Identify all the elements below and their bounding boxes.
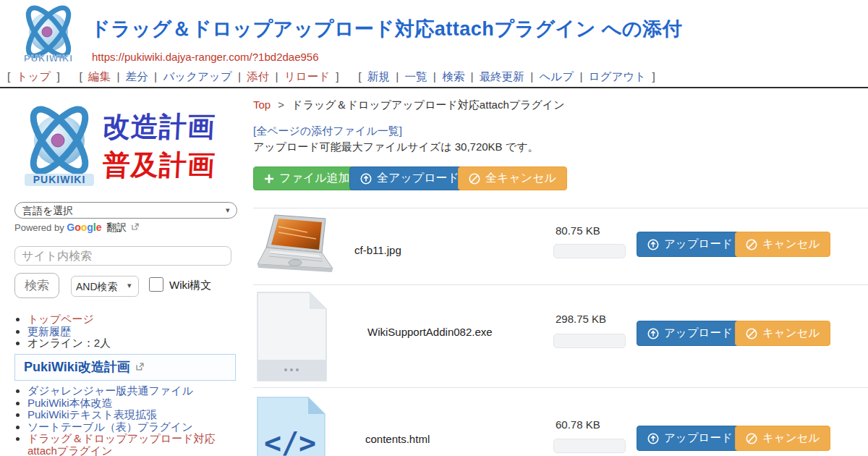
generic-file-icon (257, 292, 327, 381)
nav-link-logout[interactable]: ログアウト (589, 70, 646, 83)
sidebar-link-history[interactable]: 更新履歴 (27, 325, 71, 337)
upload-progress-bar (553, 244, 626, 258)
search-mode-select[interactable]: AND検索 (71, 276, 139, 297)
sidebar-logo[interactable]: PUKIWIKI (14, 103, 103, 188)
breadcrumb-separator: > (278, 98, 284, 111)
search-button[interactable]: 検索 (14, 273, 59, 298)
sidebar-list-top: トップページ 更新履歴 オンライン：2人 (14, 313, 240, 350)
list-item: トップページ (27, 313, 240, 326)
list-item: PukiWiki本体改造 (27, 397, 240, 410)
site-search-input[interactable] (14, 246, 231, 266)
ban-icon (469, 173, 480, 185)
translate-link[interactable]: 翻訳 (106, 221, 127, 233)
max-upload-size-text: アップロード可能最大ファイルサイズは 30,720KB です。 (253, 140, 539, 154)
nav-link-reload[interactable]: リロード (284, 70, 330, 83)
list-item: ドラッグ＆ドロップアップロード対応attachプラグイン (27, 433, 240, 456)
breadcrumb: Top > ドラッグ＆ドロップアップロード対応attachプラグイン (253, 98, 565, 112)
list-item: ソートテーブル（表）プラグイン (27, 421, 240, 434)
bracket: [ (79, 70, 82, 83)
upload-progress-bar (553, 334, 626, 348)
nav-link-new[interactable]: 新規 (367, 70, 390, 83)
sidebar-link-dnd-attach[interactable]: ドラッグ＆ドロップアップロード対応attachプラグイン (27, 432, 216, 456)
file-row: WikiSupportAddin082.exe 298.75 KB アップロード… (253, 285, 868, 387)
ban-icon (746, 239, 757, 250)
page-title: ドラッグ＆ドロップアップロード対応attachプラグイン への添付 (90, 16, 682, 42)
list-item: 更新履歴 (27, 326, 240, 338)
navbar-divider (0, 87, 868, 88)
plus-icon (264, 174, 274, 184)
bracket: ] (57, 70, 60, 83)
upload-button[interactable]: アップロード (637, 426, 744, 451)
sidebar-logo-line1: 改造計画 (102, 109, 217, 145)
ban-icon (746, 433, 757, 444)
nav-link-attach[interactable]: 添付 (247, 70, 269, 83)
breadcrumb-current: ドラッグ＆ドロップアップロード対応attachプラグイン (292, 98, 564, 111)
file-size: 298.75 KB (556, 313, 606, 325)
all-attachments-link[interactable]: [全ページの添付ファイル一覧] (253, 124, 402, 138)
cancel-all-button[interactable]: 全キャンセル (458, 166, 567, 190)
upload-circle-icon (647, 239, 659, 250)
nav-link-diff[interactable]: 差分 (126, 70, 148, 83)
nav-link-recent[interactable]: 最終更新 (480, 70, 524, 83)
pukiwiki-brand-text: PUKIWIKI (24, 53, 73, 64)
upload-button[interactable]: アップロード (637, 232, 744, 257)
sidebar-heading[interactable]: PukiWiki改造計画 (14, 354, 236, 381)
pukiwiki-logo: PUKIWIKI (12, 3, 85, 67)
file-size: 80.75 KB (556, 224, 600, 237)
row-divider (253, 387, 868, 388)
breadcrumb-top-link[interactable]: Top (253, 98, 271, 111)
upload-progress-bar (553, 439, 626, 453)
file-name: contents.html (365, 433, 430, 445)
top-navbar: [ トップ ] [ 編集 | 差分 | バックアップ | 添付 | リロード ]… (6, 69, 657, 85)
upload-all-button[interactable]: 全アップロード (349, 166, 470, 190)
file-row: cf-b11.jpg 80.75 KB アップロード キャンセル (253, 208, 868, 284)
wiki-syntax-label: Wiki構文 (169, 279, 211, 292)
nav-link-top[interactable]: トップ (17, 70, 51, 83)
svg-text:</>: </> (264, 426, 316, 456)
bracket: [ (7, 70, 10, 83)
nav-link-backup[interactable]: バックアップ (163, 70, 231, 83)
upload-circle-icon (647, 433, 659, 444)
code-file-icon: </> (257, 397, 326, 456)
bracket: ] (336, 70, 339, 83)
upload-circle-icon (647, 328, 659, 339)
file-name: WikiSupportAddin082.exe (367, 326, 493, 338)
ban-icon (746, 328, 757, 339)
online-count: オンライン：2人 (27, 337, 111, 349)
cancel-button[interactable]: キャンセル (735, 321, 830, 346)
list-item: ダジャレンジャー版共通ファイル (27, 385, 240, 397)
sidebar-link-core-mod[interactable]: PukiWiki本体改造 (27, 397, 113, 409)
wiki-syntax-checkbox[interactable] (149, 277, 163, 292)
external-link-icon (132, 223, 139, 230)
list-item: オンライン：2人 (27, 337, 240, 350)
sidebar-link-text-ext[interactable]: PukiWikiテキスト表現拡張 (27, 408, 157, 421)
sidebar-link-toppage[interactable]: トップページ (27, 313, 94, 325)
sidebar-link-sort-table[interactable]: ソートテーブル（表）プラグイン (27, 421, 193, 433)
powered-by-google: Powered by Google 翻訳 (14, 221, 139, 235)
file-size: 60.78 KB (556, 418, 600, 431)
nav-link-search[interactable]: 検索 (442, 70, 464, 83)
sidebar-brand-text: PUKIWIKI (33, 174, 86, 185)
nav-link-edit[interactable]: 編集 (88, 70, 111, 83)
bracket: [ (358, 70, 361, 83)
language-select[interactable]: 言語を選択 (14, 202, 237, 219)
external-link-icon (136, 363, 144, 371)
sidebar-link-common-files[interactable]: ダジャレンジャー版共通ファイル (27, 384, 193, 397)
sidebar-list-plugins: ダジャレンジャー版共通ファイル PukiWiki本体改造 PukiWikiテキス… (14, 385, 240, 456)
add-files-button[interactable]: ファイル追加 (253, 166, 361, 190)
sidebar-logo-line2: 普及計画 (102, 147, 217, 184)
nav-link-list[interactable]: 一覧 (405, 70, 427, 83)
list-item: PukiWikiテキスト表現拡張 (27, 409, 240, 421)
upload-button[interactable]: アップロード (637, 321, 744, 346)
page-url[interactable]: https://pukiwiki.dajya-ranger.com/?1bd2d… (92, 51, 319, 63)
cancel-button[interactable]: キャンセル (735, 426, 830, 451)
pukiwiki-attach-page: { "header": { "title": "ドラッグ＆ドロップアップロード対… (0, 0, 868, 456)
file-name: cf-b11.jpg (354, 244, 401, 256)
bracket: ] (652, 70, 655, 83)
laptop-photo-thumbnail (255, 214, 336, 279)
cancel-button[interactable]: キャンセル (735, 232, 830, 257)
upload-circle-icon (360, 173, 372, 185)
nav-link-help[interactable]: ヘルプ (540, 70, 574, 83)
file-row: </> contents.html 60.78 KB アップロード キャンセル (253, 389, 868, 456)
